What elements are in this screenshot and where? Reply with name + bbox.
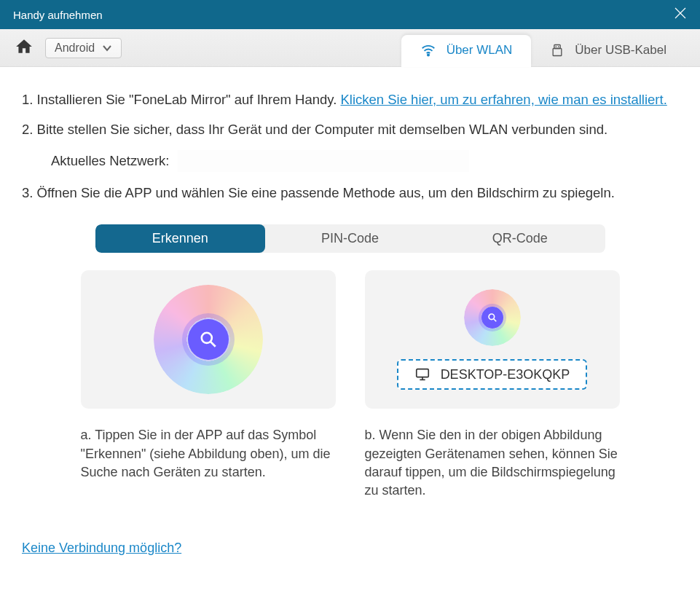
instruction-step1: 1. Installieren Sie "FoneLab Mirror" auf… — [22, 90, 678, 110]
detect-graphic-small — [464, 289, 521, 346]
install-help-link[interactable]: Klicken Sie hier, um zu erfahren, wie ma… — [340, 92, 666, 107]
svg-rect-1 — [554, 45, 560, 49]
no-connection-link[interactable]: Keine Verbindung möglich? — [22, 541, 181, 555]
svg-point-7 — [489, 314, 495, 320]
window-title: Handy aufnehmen — [13, 9, 103, 21]
network-value — [178, 150, 469, 172]
usb-icon — [550, 43, 565, 58]
method-tab-detect[interactable]: Erkennen — [95, 224, 265, 253]
chevron-down-icon — [102, 43, 112, 53]
svg-point-5 — [201, 333, 211, 343]
panel-b-desc: b. Wenn Sie den in der obigen Abbildung … — [365, 426, 620, 500]
detect-graphic — [154, 285, 263, 394]
wifi-icon — [420, 42, 436, 58]
network-line: Aktuelles Netzwerk: — [51, 150, 678, 172]
device-name-text: DESKTOP-E3OKQKP — [441, 367, 570, 382]
tab-wlan[interactable]: Über WLAN — [401, 35, 532, 67]
svg-rect-9 — [416, 369, 428, 377]
svg-point-0 — [428, 54, 429, 55]
svg-line-6 — [211, 342, 216, 347]
panel-b-illustration: DESKTOP-E3OKQKP — [365, 270, 620, 409]
titlebar: Handy aufnehmen — [0, 0, 700, 29]
home-icon — [15, 37, 34, 56]
svg-rect-2 — [553, 49, 562, 56]
detect-center — [188, 319, 229, 360]
close-button[interactable] — [674, 7, 687, 23]
tab-usb[interactable]: Über USB-Kabel — [531, 35, 685, 67]
monitor-icon — [414, 366, 430, 382]
connection-tabs: Über WLAN Über USB-Kabel — [401, 35, 685, 67]
tab-usb-label: Über USB-Kabel — [575, 43, 666, 58]
panel-a-desc: a. Tippen Sie in der APP auf das Symbol … — [81, 426, 336, 482]
device-name-box[interactable]: DESKTOP-E3OKQKP — [397, 359, 588, 390]
network-label: Aktuelles Netzwerk: — [51, 153, 169, 169]
panel-a: a. Tippen Sie in der APP auf das Symbol … — [81, 270, 336, 500]
close-icon — [674, 7, 687, 20]
svg-line-8 — [493, 319, 496, 322]
panel-b: DESKTOP-E3OKQKP b. Wenn Sie den in der o… — [365, 270, 620, 500]
content: 1. Installieren Sie "FoneLab Mirror" auf… — [0, 67, 700, 570]
detect-center-small — [481, 307, 503, 329]
method-tab-pin[interactable]: PIN-Code — [265, 224, 435, 253]
panel-a-illustration — [81, 270, 336, 409]
magnifier-icon — [199, 330, 218, 349]
panels: a. Tippen Sie in der APP auf das Symbol … — [22, 270, 678, 500]
footer: Keine Verbindung möglich? — [22, 541, 678, 556]
platform-label: Android — [55, 42, 95, 55]
tab-wlan-label: Über WLAN — [447, 43, 513, 58]
toolbar: Android Über WLAN Über USB-Kabel — [0, 29, 700, 67]
magnifier-small-icon — [487, 313, 498, 323]
instruction-step2: 2. Bitte stellen Sie sicher, dass Ihr Ge… — [22, 120, 678, 140]
method-tabs: Erkennen PIN-Code QR-Code — [95, 224, 605, 253]
method-tab-qr[interactable]: QR-Code — [435, 224, 605, 253]
home-button[interactable] — [15, 37, 34, 59]
platform-select[interactable]: Android — [45, 38, 122, 58]
step1-text: 1. Installieren Sie "FoneLab Mirror" auf… — [22, 92, 340, 107]
instruction-step3: 3. Öffnen Sie die APP und wählen Sie ein… — [22, 184, 678, 203]
